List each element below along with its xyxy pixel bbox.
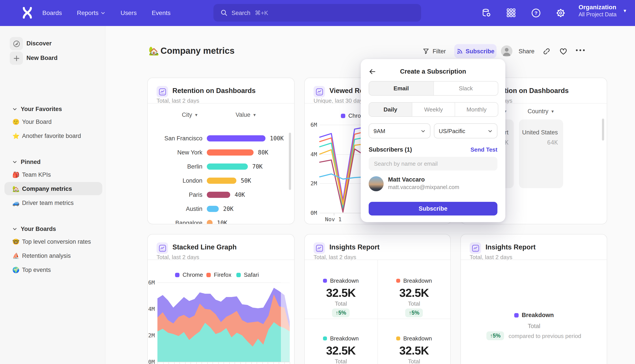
filter-button[interactable]: Filter <box>422 48 446 55</box>
search-input[interactable]: Search ⌘+K <box>213 4 421 22</box>
time-select[interactable]: 9AM <box>369 124 430 138</box>
sidebar-item-label: Your Board <box>22 118 52 125</box>
tab-daily[interactable]: Daily <box>369 103 412 116</box>
metric-delta-row: ↑5% compared to previous period <box>461 332 607 340</box>
subscribe-button[interactable]: Subscribe <box>454 44 496 58</box>
delta-badge: ↑5% <box>405 308 423 317</box>
sidebar-item-company-metrics[interactable]: 🏡Company metrics <box>5 182 102 195</box>
sidebar-item-top-events[interactable]: 🌍Top events <box>5 263 102 276</box>
subscribe-submit-button[interactable]: Subscribe <box>369 202 497 216</box>
scrollbar[interactable] <box>602 118 604 140</box>
x-tick-mark <box>174 362 174 364</box>
timezone-select[interactable]: US/Pacific <box>434 124 497 138</box>
report-chart-icon <box>157 86 168 98</box>
share-button[interactable]: Share <box>519 48 534 55</box>
x-axis-tick-label: Nov 1 <box>325 216 342 222</box>
bar-new-york <box>207 150 254 156</box>
scrollbar[interactable] <box>289 133 291 190</box>
org-switcher[interactable]: Organization All Project Data ▼ <box>578 4 627 18</box>
nav-item-boards[interactable]: Boards <box>42 0 62 26</box>
copy-link-icon[interactable] <box>542 47 551 56</box>
legend-item-safari[interactable]: Safari <box>236 272 259 278</box>
group-tile-country[interactable]: United States 64K <box>519 120 563 188</box>
funnel-icon <box>422 48 429 55</box>
bar-value: 50K <box>241 177 251 184</box>
send-test-link[interactable]: Send Test <box>470 146 497 153</box>
sidebar-item-label: Company metrics <box>22 185 72 192</box>
sidebar-section-pinned[interactable]: Pinned <box>12 156 41 168</box>
sidebar-item-team-kpis[interactable]: 🎒Team KPIs <box>5 168 102 181</box>
avatar[interactable] <box>501 46 512 57</box>
legend-item-firefox[interactable]: Firefox <box>206 272 231 278</box>
row-city-label: Paris <box>147 192 202 198</box>
timezone-value: US/Pacific <box>439 128 465 134</box>
help-icon[interactable]: ? <box>530 7 541 18</box>
create-subscription-modal: Create a Subscription EmailSlack DailyWe… <box>361 59 505 222</box>
card-insights-report-2: Insights Report Total, last 2 days Break… <box>460 234 607 364</box>
sidebar-item-discover[interactable]: Discover <box>27 37 52 50</box>
sidebar-item-retention-analysis[interactable]: ⛵Retention analysis <box>5 249 102 262</box>
nav-item-reports[interactable]: Reports <box>77 0 106 26</box>
metric-unit: Total <box>408 358 420 364</box>
settings-gear-icon[interactable] <box>555 7 566 18</box>
sidebar-item-new-board[interactable]: New Board <box>27 52 58 65</box>
sidebar-item-top-level-conversion-rates[interactable]: 🤓Top level conversion rates <box>5 235 102 248</box>
nav-item-users[interactable]: Users <box>121 0 137 26</box>
y-tick-label: 2M <box>304 180 317 187</box>
tab-monthly[interactable]: Monthly <box>455 103 498 116</box>
org-project: All Project Data <box>578 12 616 18</box>
tab-email[interactable]: Email <box>369 82 434 95</box>
tab-slack[interactable]: Slack <box>434 82 498 95</box>
metric-legend: Breakdown <box>396 335 432 342</box>
comparison-note: compared to previous period <box>509 332 581 339</box>
apps-grid-icon[interactable] <box>505 7 517 18</box>
column-header-city[interactable]: City▼ <box>182 112 198 118</box>
chevron-down-icon <box>12 159 17 164</box>
bar-berlin <box>207 164 248 170</box>
chevron-down-icon <box>421 128 425 133</box>
x-tick-mark <box>224 362 224 364</box>
subscriber-search-input[interactable] <box>369 157 497 170</box>
sidebar-section-your-boards[interactable]: Your Boards <box>12 222 56 235</box>
row-city-label: Bangalore <box>147 220 202 224</box>
board-emoji-icon: 🚙 <box>12 200 21 206</box>
metric-label: Breakdown <box>403 278 432 284</box>
x-tick-mark <box>207 362 208 364</box>
tab-weekly[interactable]: Weekly <box>412 103 455 116</box>
row-city-label: New York <box>147 149 202 156</box>
delta-badge: ↑5% <box>332 308 350 317</box>
sidebar-item-driver-team-metrics[interactable]: 🚙Driver team metrics <box>5 196 102 209</box>
sidebar: Discover New Board Your Favorites🙂Your B… <box>0 26 105 364</box>
favorite-heart-icon[interactable] <box>559 47 567 56</box>
sidebar-section-your-favorites[interactable]: Your Favorites <box>12 103 62 115</box>
sidebar-item-your-board[interactable]: 🙂Your Board <box>5 115 102 128</box>
metric-legend: Breakdown <box>323 335 359 342</box>
delta-badge: ↑5% <box>486 332 504 340</box>
data-governance-icon[interactable] <box>481 7 492 18</box>
section-title: Your Favorites <box>21 106 62 112</box>
sidebar-item-label: Another favorite board <box>22 132 81 139</box>
legend-item-chrome[interactable]: Chrome <box>175 272 203 278</box>
x-tick-mark <box>268 362 268 364</box>
sidebar-item-another-favorite-board[interactable]: ⭐Another favorite board <box>5 129 102 142</box>
card-title: Insights Report <box>485 243 535 251</box>
x-tick-mark <box>185 362 185 364</box>
column-header-country[interactable]: Country▼ <box>528 108 554 114</box>
card-title: Insights Report <box>329 243 379 251</box>
nav-item-events[interactable]: Events <box>152 0 171 26</box>
mixpanel-logo-icon[interactable] <box>21 6 34 19</box>
x-tick-mark <box>213 362 213 364</box>
metric-unit: Total <box>335 358 347 364</box>
nav-links: BoardsReportsUsersEvents <box>42 0 171 26</box>
column-header-value[interactable]: Value▼ <box>236 112 257 118</box>
metric-label: Breakdown <box>403 335 432 342</box>
board-emoji-icon: 🏡 <box>12 185 21 192</box>
x-tick-mark <box>169 362 169 364</box>
frequency-tabs: DailyWeeklyMonthly <box>369 102 498 117</box>
metric-label: Breakdown <box>522 312 554 318</box>
more-options-icon[interactable] <box>576 49 585 51</box>
search-shortcut: ⌘+K <box>255 9 268 16</box>
row-city-label: London <box>147 177 202 184</box>
x-tick-mark <box>180 362 180 364</box>
x-tick-mark <box>157 362 158 364</box>
